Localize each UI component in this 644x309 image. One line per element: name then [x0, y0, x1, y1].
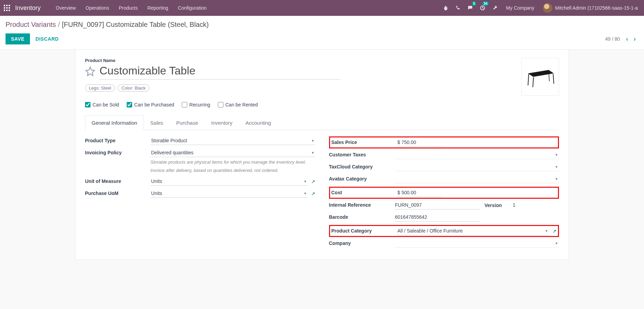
sales-price-input[interactable] [397, 138, 442, 147]
variant-tag-color[interactable]: Color: Black [118, 84, 149, 92]
uom-select[interactable] [150, 177, 308, 186]
tab-general-information[interactable]: General Information [85, 115, 144, 130]
tab-accounting[interactable]: Accounting [239, 115, 277, 130]
user-name: Mitchell Admin (17102566-saas-15-1-a [555, 5, 638, 11]
discard-button[interactable]: DISCARD [30, 33, 64, 44]
purchase-uom-select[interactable] [150, 189, 308, 198]
help-invoice: Invoice after delivery, based on quantit… [150, 167, 315, 174]
svg-marker-10 [528, 70, 554, 77]
product-category-label: Product Category [331, 227, 397, 234]
version-label: Version [485, 203, 512, 208]
variant-tag-legs[interactable]: Legs: Steel [85, 84, 115, 92]
product-category-select[interactable] [397, 227, 549, 235]
menu-reporting[interactable]: Reporting [142, 0, 173, 16]
menu-configuration[interactable]: Configuration [173, 0, 211, 16]
menu-overview[interactable]: Overview [51, 0, 81, 16]
tab-purchase[interactable]: Purchase [170, 115, 204, 130]
category-external-link-icon[interactable]: ↗ [552, 228, 557, 234]
check-can-be-rented[interactable]: Can be Rented [218, 102, 258, 107]
company-label: Company [329, 239, 394, 246]
pager-next[interactable]: › [631, 34, 638, 44]
product-name-input[interactable] [99, 64, 340, 80]
purchase-uom-external-link-icon[interactable]: ↗ [311, 191, 315, 196]
tools-icon[interactable] [489, 0, 501, 16]
app-name[interactable]: Inventory [15, 4, 41, 12]
product-image[interactable] [521, 58, 559, 96]
barcode-input[interactable] [394, 213, 481, 222]
svg-line-11 [528, 74, 529, 85]
svg-line-12 [533, 77, 534, 87]
sales-price-label: Sales Price [331, 138, 397, 145]
check-can-be-rented-input[interactable] [218, 102, 223, 107]
taxcloud-label: TaxCloud Category [329, 163, 394, 169]
pager-count[interactable]: 49 / 80 [605, 36, 620, 42]
product-type-label: Product Type [85, 136, 150, 143]
svg-rect-8 [9, 10, 10, 11]
cost-label: Cost [331, 188, 397, 195]
bug-icon[interactable] [439, 0, 452, 16]
tab-inventory[interactable]: Inventory [204, 115, 239, 130]
svg-rect-2 [9, 5, 10, 6]
apps-icon[interactable] [3, 4, 11, 12]
pager: 49 / 80 ‹ › [605, 34, 638, 44]
menu-operations[interactable]: Operations [81, 0, 114, 16]
svg-line-13 [553, 74, 554, 84]
check-can-be-purchased-input[interactable] [127, 102, 132, 107]
purchase-uom-label: Purchase UoM [85, 189, 150, 196]
avatar [543, 3, 552, 13]
barcode-label: Barcode [329, 213, 394, 220]
taxcloud-select[interactable] [394, 163, 559, 171]
check-can-be-sold[interactable]: Can be Sold [85, 102, 119, 107]
avatax-select[interactable] [394, 175, 559, 183]
breadcrumb-parent[interactable]: Product Variants [6, 21, 56, 29]
tab-sales[interactable]: Sales [144, 115, 170, 130]
check-can-be-purchased[interactable]: Can be Purchased [127, 102, 174, 107]
menu-products[interactable]: Products [114, 0, 142, 16]
svg-rect-1 [6, 5, 8, 6]
form-sheet: Product Name Legs: Steel Color: Black Ca… [75, 50, 569, 260]
svg-rect-7 [6, 10, 8, 11]
uom-external-link-icon[interactable]: ↗ [311, 179, 315, 184]
svg-rect-5 [9, 7, 10, 9]
product-name-label: Product Name [85, 58, 521, 63]
check-recurring[interactable]: Recurring [182, 102, 210, 107]
avatax-label: Avatax Category [329, 175, 394, 182]
messages-badge: 5 [472, 1, 477, 6]
messages-icon[interactable]: 5 [464, 0, 476, 16]
cost-input[interactable] [397, 188, 442, 197]
internal-ref-label: Internal Reference [329, 201, 394, 208]
product-type-select[interactable] [150, 136, 315, 145]
pager-prev[interactable]: ‹ [623, 34, 631, 44]
invoicing-policy-label: Invoicing Policy [85, 148, 150, 155]
action-bar: SAVE DISCARD 49 / 80 ‹ › [0, 30, 644, 50]
internal-ref-input[interactable] [394, 201, 481, 209]
favorite-star-icon[interactable] [85, 66, 96, 77]
svg-rect-4 [6, 7, 8, 9]
svg-rect-0 [4, 5, 5, 6]
topbar: Inventory Overview Operations Products R… [0, 0, 644, 16]
svg-rect-3 [4, 7, 5, 9]
invoicing-policy-select[interactable] [150, 148, 315, 157]
activities-icon[interactable]: 34 [476, 0, 489, 16]
tabs: General Information Sales Purchase Inven… [85, 115, 559, 130]
version-input[interactable] [512, 201, 533, 209]
company-selector[interactable]: My Company [501, 5, 539, 11]
breadcrumb-current: [FURN_0097] Customizable Table (Steel, B… [62, 21, 209, 29]
help-storable: Storable products are physical items for… [150, 159, 315, 165]
breadcrumb-sep: / [58, 21, 60, 29]
activities-badge: 34 [482, 1, 489, 6]
user-menu[interactable]: Mitchell Admin (17102566-saas-15-1-a [539, 3, 641, 13]
customer-taxes-label: Customer Taxes [329, 151, 394, 157]
breadcrumb: Product Variants / [FURN_0097] Customiza… [0, 16, 644, 30]
check-can-be-sold-input[interactable] [85, 102, 91, 107]
save-button[interactable]: SAVE [6, 33, 30, 44]
uom-label: Unit of Measure [85, 177, 150, 184]
check-recurring-input[interactable] [182, 102, 187, 107]
company-select[interactable] [394, 239, 559, 248]
phone-icon[interactable] [452, 0, 464, 16]
svg-rect-6 [4, 10, 5, 11]
customer-taxes-select[interactable] [394, 151, 559, 159]
